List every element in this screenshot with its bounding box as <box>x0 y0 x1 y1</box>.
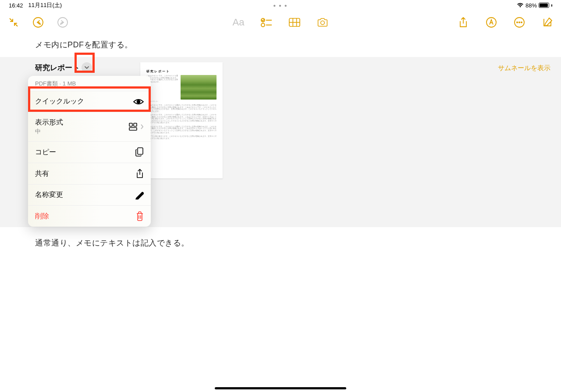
home-indicator[interactable] <box>215 387 346 389</box>
collapse-icon[interactable] <box>8 17 19 28</box>
pdf-caption: 写真のキャプション <box>146 101 217 103</box>
wifi-icon <box>517 3 524 8</box>
note-body-line-1[interactable]: メモ内にPDFを配置する。 <box>35 39 526 50</box>
svg-point-13 <box>517 22 518 23</box>
svg-rect-20 <box>138 148 143 154</box>
pencil-icon <box>135 191 144 200</box>
svg-point-14 <box>519 22 520 23</box>
table-icon[interactable] <box>289 17 300 28</box>
share-up-icon <box>136 169 144 178</box>
status-time: 16:42 <box>9 2 23 9</box>
svg-rect-18 <box>134 123 137 126</box>
redo-icon <box>57 17 68 28</box>
toolbar: Aa <box>0 10 561 35</box>
compose-icon[interactable] <box>542 17 553 28</box>
more-icon[interactable] <box>514 17 525 28</box>
pdf-preview-image <box>181 75 217 100</box>
svg-point-10 <box>321 21 325 25</box>
annotation-highlight-quicklook <box>28 86 151 112</box>
multitask-dots-icon[interactable]: ● ● ● <box>273 3 288 8</box>
copy-icon <box>135 147 144 157</box>
battery-percent: 88% <box>525 2 537 9</box>
svg-point-15 <box>521 22 522 23</box>
menu-copy[interactable]: コピー <box>28 142 151 163</box>
svg-point-3 <box>261 23 265 27</box>
trash-icon <box>136 211 144 221</box>
menu-viewmode[interactable]: 表示形式 中 <box>28 112 151 142</box>
chevron-right-icon <box>140 124 144 130</box>
status-date: 11月11日(土) <box>28 1 62 9</box>
grid-icon <box>129 123 138 131</box>
svg-rect-19 <box>129 128 137 130</box>
share-icon[interactable] <box>458 17 469 28</box>
attachment-title: 研究レポート <box>35 63 80 73</box>
camera-icon[interactable] <box>317 17 328 28</box>
checklist-icon[interactable] <box>261 17 272 28</box>
note-body-line-2[interactable]: 通常通り、メモにテキストは記入できる。 <box>35 238 526 248</box>
undo-icon[interactable] <box>32 17 44 28</box>
menu-share[interactable]: 共有 <box>28 163 151 185</box>
svg-rect-17 <box>129 123 132 126</box>
pdf-preview-title: 研究レポート <box>146 69 217 73</box>
status-bar: 16:42 11月11日(土) ● ● ● 88% <box>0 0 561 10</box>
menu-delete[interactable]: 削除 <box>28 206 151 227</box>
battery-icon <box>539 3 549 8</box>
annotation-highlight-chevron <box>75 53 95 73</box>
pdf-page-preview[interactable]: 研究レポート これはテキストです。このテキストを選択して入力すると文章が更新され… <box>140 62 223 178</box>
text-format-icon[interactable]: Aa <box>233 17 244 28</box>
show-thumbnails-link[interactable]: サムネールを表示 <box>498 64 550 72</box>
menu-rename[interactable]: 名称変更 <box>28 185 151 206</box>
markup-icon[interactable] <box>486 17 497 28</box>
